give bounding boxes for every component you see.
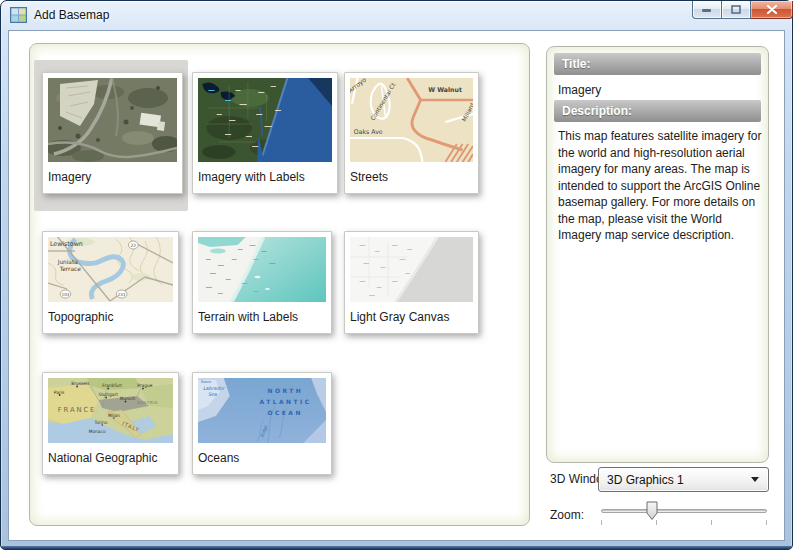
basemap-card-streets[interactable]: Arroyo W Walnut Continental Ct Oaks Ave … bbox=[344, 72, 479, 194]
basemap-card-imagery[interactable]: Imagery bbox=[42, 72, 183, 194]
imagery-with-labels-thumbnail bbox=[198, 78, 332, 162]
streets-thumbnail: Arroyo W Walnut Continental Ct Oaks Ave … bbox=[350, 78, 473, 162]
basemap-label-streets: Streets bbox=[350, 170, 473, 184]
basemap-label-topographic: Topographic bbox=[48, 310, 173, 324]
map-label: W Walnut bbox=[428, 86, 462, 93]
map-label: Oaks Ave bbox=[354, 128, 383, 135]
oceans-thumbnail: NORTH ATLANTIC OCEAN Labrador Sea Ridge … bbox=[198, 378, 326, 443]
description-section-header: Description: bbox=[554, 100, 761, 122]
map-label: Lewistown bbox=[50, 240, 83, 248]
close-button[interactable] bbox=[751, 1, 793, 19]
map-label: Labrador bbox=[203, 386, 225, 391]
basemap-label-terrain-with-labels: Terrain with Labels bbox=[198, 310, 326, 324]
map-label: Stuttgart bbox=[98, 392, 118, 397]
map-label: Munich bbox=[120, 396, 136, 401]
light-gray-canvas-thumbnail bbox=[350, 237, 473, 302]
maximize-icon bbox=[731, 5, 742, 14]
basemap-label-light-gray-canvas: Light Gray Canvas bbox=[350, 310, 473, 324]
minimize-button[interactable] bbox=[692, 1, 722, 19]
map-label: ATLANTIC bbox=[260, 398, 312, 405]
3d-window-combobox[interactable]: 3D Graphics 1 bbox=[598, 467, 769, 492]
route-shield-label: 231 bbox=[118, 292, 126, 297]
basemap-description-text: This map features satellite imagery for … bbox=[558, 128, 762, 244]
map-label: NORTH bbox=[267, 387, 303, 394]
zoom-slider bbox=[601, 500, 767, 532]
terrain-with-labels-thumbnail bbox=[198, 237, 326, 302]
map-label: Monaco bbox=[89, 429, 106, 434]
map-label: FRANCE bbox=[58, 406, 97, 414]
basemap-card-national-geographic[interactable]: FRANCE ITALY AUSTRIA Paris Brussels Fran… bbox=[42, 372, 179, 475]
slider-tick bbox=[711, 520, 712, 525]
map-label: Brussels bbox=[71, 381, 90, 386]
basemap-label-oceans: Oceans bbox=[198, 451, 326, 465]
map-label: Torino bbox=[94, 420, 108, 425]
basemap-title-value: Imagery bbox=[558, 83, 601, 97]
slider-tick bbox=[766, 520, 767, 525]
chevron-down-icon bbox=[751, 477, 759, 482]
slider-tick bbox=[601, 520, 602, 525]
basemap-label-national-geographic: National Geographic bbox=[48, 451, 173, 465]
basemap-card-oceans[interactable]: NORTH ATLANTIC OCEAN Labrador Sea Ridge … bbox=[192, 372, 332, 475]
map-label: Terrace bbox=[59, 266, 81, 272]
slider-tick bbox=[656, 520, 657, 525]
basemap-card-topographic[interactable]: Lewistown Juniata Terrace 22 103 231 bbox=[42, 231, 179, 334]
map-label: Sea bbox=[208, 392, 218, 397]
route-shield-label: 22 bbox=[130, 243, 136, 248]
basemap-card-terrain-with-labels[interactable]: Terrain with Labels bbox=[192, 231, 332, 334]
zoom-slider-track[interactable] bbox=[601, 509, 767, 513]
add-basemap-dialog: Add Basemap bbox=[0, 0, 793, 550]
window-controls bbox=[692, 1, 793, 19]
zoom-slider-thumb[interactable] bbox=[646, 501, 658, 521]
map-label: Frankfurt bbox=[102, 383, 122, 388]
map-label: Basin bbox=[201, 379, 212, 384]
zoom-label: Zoom: bbox=[550, 508, 584, 522]
title-section-header: Title: bbox=[554, 53, 761, 75]
close-icon bbox=[767, 5, 777, 14]
basemap-label-imagery: Imagery bbox=[48, 170, 177, 184]
basemap-label-imagery-with-labels: Imagery with Labels bbox=[198, 170, 332, 184]
3d-window-selected-value: 3D Graphics 1 bbox=[599, 473, 751, 487]
basemap-card-light-gray-canvas[interactable]: Light Gray Canvas bbox=[344, 231, 479, 334]
zoom-slider-ticks bbox=[601, 520, 767, 526]
map-label: OCEAN bbox=[267, 409, 302, 416]
basemap-app-icon bbox=[10, 7, 27, 23]
imagery-thumbnail bbox=[48, 78, 177, 162]
basemap-gallery-panel: Imagery bbox=[29, 43, 530, 526]
dialog-client-area: Imagery bbox=[8, 30, 785, 541]
minimize-icon bbox=[702, 7, 712, 13]
national-geographic-thumbnail: FRANCE ITALY AUSTRIA Paris Brussels Fran… bbox=[48, 378, 173, 443]
basemap-card-imagery-with-labels[interactable]: Imagery with Labels bbox=[192, 72, 338, 194]
map-label: AUSTRIA bbox=[137, 400, 158, 405]
map-label: Prague bbox=[137, 383, 152, 388]
basemap-details-panel: Title: Imagery Description: This map fea… bbox=[546, 46, 769, 463]
topographic-thumbnail: Lewistown Juniata Terrace 22 103 231 bbox=[48, 237, 173, 302]
titlebar[interactable]: Add Basemap bbox=[8, 0, 785, 30]
window-title: Add Basemap bbox=[34, 8, 109, 22]
maximize-button[interactable] bbox=[722, 1, 751, 19]
route-shield-label: 103 bbox=[62, 292, 70, 297]
